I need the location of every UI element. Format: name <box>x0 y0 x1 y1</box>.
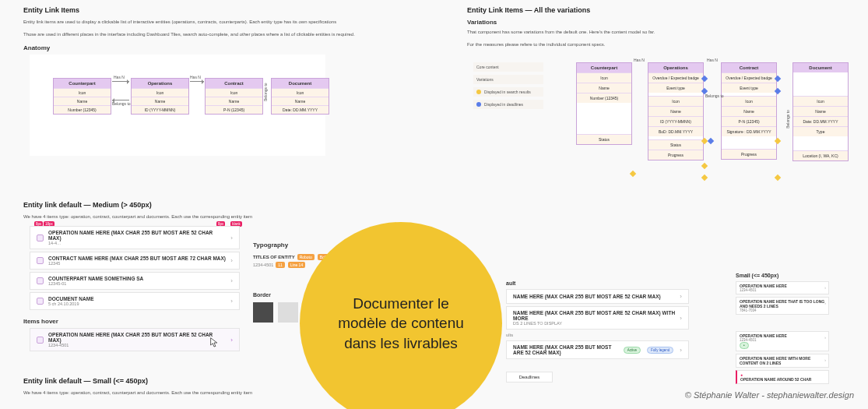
box-header: Document <box>793 63 848 72</box>
marker-search-icon <box>630 171 636 177</box>
arrow <box>190 81 204 82</box>
medium-sub: We have 4 items type: operation, contrac… <box>23 213 397 220</box>
link-item-contract[interactable]: CONTRACT NAME HERE (MAX CHAR 255 BUT MOS… <box>30 252 240 270</box>
chevron-right-icon: › <box>680 293 682 300</box>
section-title-entity-link: Entity Link Items <box>23 6 397 14</box>
box-row: Number (12345) <box>54 105 111 114</box>
box-row: Name <box>206 97 262 105</box>
var-desc-2: For the measures please refere to the in… <box>467 41 856 48</box>
arrow <box>112 81 129 82</box>
font-tag: Roboto <box>297 254 315 260</box>
box-row: Overdue / Expected badge <box>648 72 703 83</box>
box-header: Operations <box>132 79 188 88</box>
item-name: OPERATION NAME HERE (MAX CHAR 255 BUT MO… <box>48 230 226 241</box>
arrow-label: Has N <box>190 75 201 79</box>
chevron-right-icon: › <box>230 337 233 344</box>
item-name: DOCUMENT NAME <box>48 296 226 301</box>
chevron-right-icon: › <box>230 257 233 264</box>
box-row: Icon <box>132 88 188 97</box>
link-item-hover[interactable]: OPERATION NAME HERE (MAX CHAR 255 BUT MO… <box>30 328 240 351</box>
box-row: Progress <box>722 149 776 159</box>
font-tag: Line 14 <box>288 262 305 268</box>
arrow <box>112 100 129 100</box>
overlay-line: dans les livrables <box>344 333 458 354</box>
box-header: Contract <box>206 79 262 88</box>
legend-row: Variations <box>473 75 543 84</box>
legend-text: Variations <box>476 77 494 82</box>
var-box-operations: Operations Overdue / Expected badge Even… <box>648 62 704 160</box>
status-pill: • <box>740 342 749 349</box>
chevron-right-icon: › <box>230 298 233 305</box>
border-swatch <box>253 302 273 323</box>
box-row: Icon <box>722 96 776 106</box>
item-meta: 1234-4501 <box>48 343 226 347</box>
box-row: Icon <box>577 72 631 83</box>
legend-row: Displayed in deadlines <box>473 100 543 109</box>
arrow-label: Has N <box>634 58 645 62</box>
typo-sample-meta: 1234-4501 <box>253 263 273 267</box>
box-row: Name <box>722 106 776 116</box>
anatomy-box-contract: Contract Icon Name P-N (12345) <box>205 78 263 115</box>
box-row: Icon <box>272 88 329 97</box>
var-desc-1: That component has some variations from … <box>467 29 856 35</box>
box-row: Event type <box>648 83 703 93</box>
small-link-item[interactable]: OPERATION NAME HERE THAT IS TOO LONG AND… <box>736 297 829 315</box>
item-meta: 7841-7034 <box>740 309 825 312</box>
item-name: CONTRACT NAME HERE (MAX CHAR 255 BUT MOS… <box>48 256 226 261</box>
anatomy-diagram: Counterpart Icon Name Number (12345) Ope… <box>30 55 325 156</box>
box-row: Icon <box>793 96 848 106</box>
deadlines-tab[interactable]: Deadlines <box>506 372 553 383</box>
small-link-item[interactable]: OPERATION NAME HERE1234-4501•› <box>736 331 829 351</box>
arrow-label: Belongs to <box>112 101 131 106</box>
chevron-right-icon: › <box>680 347 682 354</box>
box-row: P-N (12345) <box>206 105 262 114</box>
font-tag: 11 <box>276 262 285 268</box>
item-name: NAME HERE (MAX CHAR 255 BUT MOST ARE 52 … <box>513 310 675 321</box>
box-row: Name <box>793 106 848 116</box>
box-header: Contract <box>722 63 776 72</box>
item-meta: 14-4… <box>48 241 226 245</box>
status-pill: Fully legend <box>647 347 673 354</box>
entity-icon <box>37 298 44 305</box>
item-name: OPERATION NAME HERE THAT IS TOO LONG AND… <box>740 299 825 309</box>
box-header: Counterpart <box>577 63 631 72</box>
small-link-item[interactable]: ●OPERATION NAME AROUND 52 CHAR <box>736 370 829 384</box>
box-row: Signature : DD.MM.YYYY <box>722 126 776 136</box>
link-item[interactable]: NAME HERE (MAX CHAR 255 BUT MOST ARE 52 … <box>506 306 689 330</box>
link-item[interactable]: NAME HERE (MAX CHAR 255 BUT MOST ARE 52 … <box>506 289 689 304</box>
item-name: OPERATION NAME HERE WITH MORE CONTENT ON… <box>740 356 825 365</box>
box-row: Name <box>577 83 631 93</box>
marker-search-icon <box>701 175 708 181</box>
box-row: Location (I, WA, KC) <box>793 150 848 160</box>
small-variant-column: Small (<= 450px) OPERATION NAME HERE1234… <box>736 273 829 386</box>
chevron-right-icon: › <box>680 315 682 322</box>
legend-marker-icon <box>476 102 481 107</box>
copyright-text: © Stéphanie Walter - stephaniewalter.des… <box>685 390 854 400</box>
small-link-item[interactable]: OPERATION NAME HERE1234-4501› <box>736 281 829 294</box>
box-row: Status <box>648 139 703 150</box>
box-row: Status <box>577 134 631 144</box>
item-name: NAME HERE (MAX CHAR 255 BUT MOST ARE 52 … <box>513 294 675 299</box>
link-item-operation[interactable]: OPERATION NAME HERE (MAX CHAR 255 BUT MO… <box>30 226 240 249</box>
arrow-label: Has N <box>707 58 718 62</box>
legend: Core content Variations Displayed in sea… <box>473 62 543 112</box>
link-item-counterpart[interactable]: COUNTERPART NAME SOMETHING SA12345-01 › <box>30 272 240 290</box>
entity-icon <box>37 277 44 284</box>
typo-sample-title: TITLES OF ENTITY <box>253 255 295 259</box>
item-meta: 5 ch 24.10.2019 <box>48 301 226 306</box>
status-pill: Active <box>624 347 641 354</box>
overlay-callout: Documenter le modèle de contenu dans les… <box>300 222 502 409</box>
arrow-label: Has N <box>114 75 125 79</box>
arrow-label: Belongs to <box>705 93 724 98</box>
overlay-line: modèle de contenu <box>338 313 464 333</box>
link-item-document[interactable]: DOCUMENT NAME5 ch 24.10.2019 › <box>30 292 240 310</box>
box-row: Icon <box>648 96 703 106</box>
marker-search-icon <box>775 175 781 181</box>
legend-text: Displayed in deadlines <box>484 102 523 107</box>
anatomy-label: Anatomy <box>23 44 397 51</box>
box-header: Operations <box>648 63 703 72</box>
legend-text: Core content <box>476 65 499 69</box>
link-item[interactable]: NAME HERE (MAX CHAR 255 BUT MOST ARE 52 … <box>506 340 689 359</box>
item-name: OPERATION NAME AROUND 52 CHAR <box>740 377 825 382</box>
small-link-item[interactable]: OPERATION NAME HERE WITH MORE CONTENT ON… <box>736 354 829 368</box>
